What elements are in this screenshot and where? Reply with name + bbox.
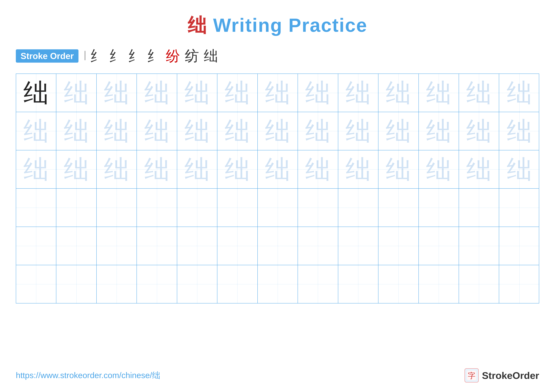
grid-cell-5-6[interactable] xyxy=(217,227,258,265)
grid-cell-4-11[interactable] xyxy=(419,189,459,227)
stroke-sequence: 𝄀 纟 纟 纟 纟 纷 纺 绌 xyxy=(85,46,218,66)
stroke-8: 绌 xyxy=(204,46,218,66)
footer-logo-text: StrokeOrder xyxy=(482,370,539,381)
grid-cell-5-3[interactable] xyxy=(97,227,137,265)
grid-cell-1-9[interactable]: 绌 xyxy=(338,74,379,112)
grid-cell-3-3[interactable]: 绌 xyxy=(97,150,137,188)
grid-cell-4-7[interactable] xyxy=(258,189,298,227)
grid-cell-5-9[interactable] xyxy=(338,227,379,265)
grid-cell-2-7[interactable]: 绌 xyxy=(258,112,298,150)
grid-cell-3-5[interactable]: 绌 xyxy=(177,150,217,188)
grid-cell-4-13[interactable] xyxy=(499,189,539,227)
stroke-order-badge: Stroke Order xyxy=(16,49,79,63)
grid-cell-6-8[interactable] xyxy=(298,265,338,303)
grid-cell-3-13[interactable]: 绌 xyxy=(499,150,539,188)
grid-cell-3-10[interactable]: 绌 xyxy=(379,150,419,188)
grid-cell-2-8[interactable]: 绌 xyxy=(298,112,338,150)
grid-cell-5-10[interactable] xyxy=(379,227,419,265)
grid-cell-2-2[interactable]: 绌 xyxy=(56,112,96,150)
grid-cell-2-10[interactable]: 绌 xyxy=(379,112,419,150)
grid-cell-4-6[interactable] xyxy=(217,189,258,227)
grid-cell-5-4[interactable] xyxy=(137,227,177,265)
grid-cell-4-1[interactable] xyxy=(16,189,56,227)
grid-cell-5-2[interactable] xyxy=(56,227,96,265)
grid-cell-4-12[interactable] xyxy=(459,189,499,227)
grid-cell-5-8[interactable] xyxy=(298,227,338,265)
grid-cell-6-12[interactable] xyxy=(459,265,499,303)
grid-cell-6-3[interactable] xyxy=(97,265,137,303)
grid-cell-6-11[interactable] xyxy=(419,265,459,303)
grid-cell-4-4[interactable] xyxy=(137,189,177,227)
grid-cell-6-5[interactable] xyxy=(177,265,217,303)
grid-cell-1-7[interactable]: 绌 xyxy=(258,74,298,112)
title-char: 绌 xyxy=(188,14,207,36)
grid-row-5 xyxy=(16,227,539,265)
grid-cell-6-9[interactable] xyxy=(338,265,379,303)
stroke-order-row: Stroke Order 𝄀 纟 纟 纟 纟 纷 纺 绌 xyxy=(0,38,555,70)
grid-cell-4-5[interactable] xyxy=(177,189,217,227)
logo-icon: 字 xyxy=(465,368,479,383)
grid-cell-4-10[interactable] xyxy=(379,189,419,227)
grid-cell-2-12[interactable]: 绌 xyxy=(459,112,499,150)
grid-cell-2-11[interactable]: 绌 xyxy=(419,112,459,150)
grid-row-4 xyxy=(16,189,539,227)
grid-cell-5-7[interactable] xyxy=(258,227,298,265)
grid-cell-6-13[interactable] xyxy=(499,265,539,303)
grid-cell-2-1[interactable]: 绌 xyxy=(16,112,56,150)
grid-cell-5-13[interactable] xyxy=(499,227,539,265)
grid-cell-3-6[interactable]: 绌 xyxy=(217,150,258,188)
grid-cell-3-2[interactable]: 绌 xyxy=(56,150,96,188)
svg-text:字: 字 xyxy=(468,371,475,380)
grid-cell-1-1[interactable]: 绌 xyxy=(16,74,56,112)
grid-row-3: 绌 绌 绌 绌 绌 绌 绌 绌 绌 绌 绌 绌 绌 xyxy=(16,150,539,189)
grid-cell-3-7[interactable]: 绌 xyxy=(258,150,298,188)
grid-cell-2-9[interactable]: 绌 xyxy=(338,112,379,150)
grid-cell-6-7[interactable] xyxy=(258,265,298,303)
page-title: 绌 Writing Practice xyxy=(0,0,555,38)
grid-cell-5-5[interactable] xyxy=(177,227,217,265)
grid-cell-3-11[interactable]: 绌 xyxy=(419,150,459,188)
grid-cell-2-4[interactable]: 绌 xyxy=(137,112,177,150)
stroke-3: 纟 xyxy=(109,46,123,66)
grid-cell-5-1[interactable] xyxy=(16,227,56,265)
grid-row-6 xyxy=(16,265,539,303)
grid-cell-5-12[interactable] xyxy=(459,227,499,265)
grid-cell-6-2[interactable] xyxy=(56,265,96,303)
grid-cell-1-10[interactable]: 绌 xyxy=(379,74,419,112)
grid-cell-4-2[interactable] xyxy=(56,189,96,227)
grid-cell-6-1[interactable] xyxy=(16,265,56,303)
grid-cell-1-2[interactable]: 绌 xyxy=(56,74,96,112)
grid-cell-3-4[interactable]: 绌 xyxy=(137,150,177,188)
grid-cell-3-8[interactable]: 绌 xyxy=(298,150,338,188)
grid-cell-3-12[interactable]: 绌 xyxy=(459,150,499,188)
grid-cell-1-12[interactable]: 绌 xyxy=(459,74,499,112)
grid-cell-1-8[interactable]: 绌 xyxy=(298,74,338,112)
grid-cell-4-3[interactable] xyxy=(97,189,137,227)
grid-cell-1-5[interactable]: 绌 xyxy=(177,74,217,112)
grid-cell-2-5[interactable]: 绌 xyxy=(177,112,217,150)
char-solid: 绌 xyxy=(23,80,49,106)
grid-row-2: 绌 绌 绌 绌 绌 绌 绌 绌 绌 绌 绌 绌 绌 xyxy=(16,112,539,150)
grid-cell-6-4[interactable] xyxy=(137,265,177,303)
grid-cell-6-6[interactable] xyxy=(217,265,258,303)
grid-cell-1-4[interactable]: 绌 xyxy=(137,74,177,112)
stroke-1: 𝄀 xyxy=(85,49,85,63)
grid-cell-1-6[interactable]: 绌 xyxy=(217,74,258,112)
footer-url[interactable]: https://www.strokeorder.com/chinese/绌 xyxy=(16,370,160,381)
grid-cell-6-10[interactable] xyxy=(379,265,419,303)
grid-cell-2-6[interactable]: 绌 xyxy=(217,112,258,150)
grid-cell-2-13[interactable]: 绌 xyxy=(499,112,539,150)
grid-cell-4-9[interactable] xyxy=(338,189,379,227)
grid-cell-1-13[interactable]: 绌 xyxy=(499,74,539,112)
writing-grid: 绌 绌 绌 绌 绌 绌 绌 绌 绌 绌 绌 绌 绌 绌 绌 绌 绌 绌 绌 绌 … xyxy=(16,73,539,303)
stroke-2: 纟 xyxy=(90,46,104,66)
grid-cell-3-1[interactable]: 绌 xyxy=(16,150,56,188)
grid-cell-3-9[interactable]: 绌 xyxy=(338,150,379,188)
stroke-7: 纺 xyxy=(185,46,199,66)
grid-cell-1-3[interactable]: 绌 xyxy=(97,74,137,112)
grid-cell-2-3[interactable]: 绌 xyxy=(97,112,137,150)
stroke-5: 纟 xyxy=(147,46,161,66)
grid-cell-1-11[interactable]: 绌 xyxy=(419,74,459,112)
grid-cell-4-8[interactable] xyxy=(298,189,338,227)
grid-cell-5-11[interactable] xyxy=(419,227,459,265)
